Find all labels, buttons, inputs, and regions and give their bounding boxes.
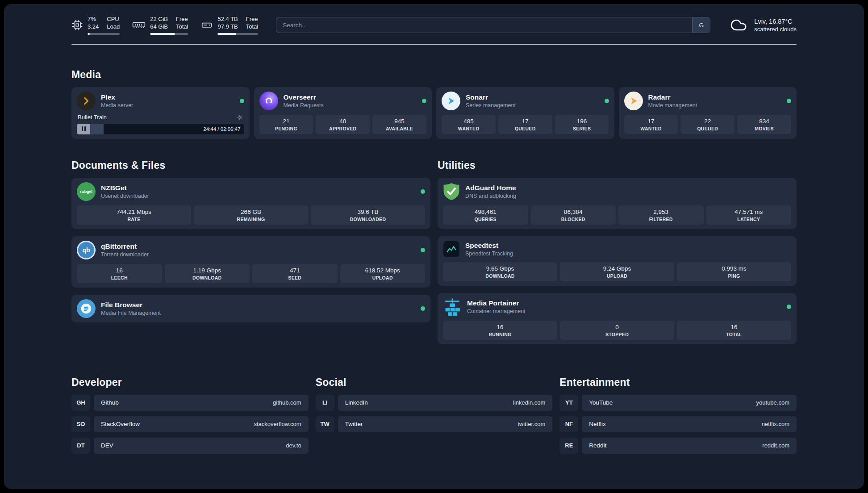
card-title: NZBGet [101,184,149,192]
section-title-social: Social [316,376,553,389]
bookmark-name: Twitter [345,421,363,427]
bookmark-abbr: GH [71,395,90,411]
top-bar: 7% 3.24 CPU Load 22 GiB [71,16,797,35]
bookmark-abbr: TW [316,416,334,432]
section-title-documents: Documents & Files [71,159,430,171]
stat-value: 40 [317,118,369,125]
bookmark-url: youtube.com [756,399,789,406]
card-adguard[interactable]: AdGuard Home DNS and adblocking 498,461 … [438,178,797,229]
card-nzbget[interactable]: nzbget NZBGet Usenet downloader 744.21 M… [71,178,430,229]
ram-widget: 22 GiB 64 GiB Free Total [132,16,188,35]
stat-tile: 39.6 TB DOWNLOADED [311,205,425,225]
stat-label: PING [678,273,790,279]
playback-progress-bar[interactable]: 24:44 / 02:06:47 [77,124,244,134]
stat-tile: 16 TOTAL [677,321,791,340]
stat-tile: 498,461 QUERIES [443,205,528,225]
cpu-load-avg: 3.24 [88,23,99,31]
search-engine-button[interactable]: G [692,17,710,33]
disk-free-label: Free [246,16,258,23]
now-playing-title: Bullet Train [78,114,107,121]
bookmark-netflix[interactable]: NF Netflix netflix.com [559,416,797,432]
card-radarr[interactable]: Radarr Movie management 17 WANTED 22 QUE… [619,87,797,139]
status-dot [421,189,425,194]
disk-total: 97.9 TB [217,23,238,31]
card-speedtest[interactable]: Speedtest Speedtest Tracking 9.65 Gbps D… [438,236,797,286]
stat-label: AVAILABLE [373,126,426,131]
card-subtitle: Media server [101,102,133,109]
section-title-entertainment: Entertainment [559,376,797,389]
bookmark-youtube[interactable]: YT YouTube youtube.com [559,395,797,411]
stat-label: DOWNLOADED [312,217,424,222]
status-dot [421,248,425,252]
stat-value: 945 [373,118,426,125]
stat-value: 834 [738,118,790,125]
stat-value: 498,461 [444,209,527,215]
stat-tile: 485 WANTED [442,115,496,134]
bookmark-twitter[interactable]: TW Twitter twitter.com [316,416,553,432]
overseerr-icon [259,92,278,110]
stat-label: DOWNLOAD [444,273,556,279]
stat-label: UPLOAD [341,275,425,280]
card-sonarr[interactable]: Sonarr Series management 485 WANTED 17 Q… [436,87,614,139]
stat-value: 9.24 Gbps [561,265,673,272]
disk-widget: 52.4 TB 97.9 TB Free Total [200,16,258,35]
settings-gear-icon[interactable] [236,114,243,121]
card-overseerr[interactable]: Overseerr Media Requests 21 PENDING 40 A… [254,87,432,139]
stat-label: RUNNING [444,332,556,337]
cloud-icon [728,16,749,34]
stat-tile: 618.52 Mbps UPLOAD [340,264,426,283]
section-title-media: Media [71,69,797,81]
plex-icon [77,92,96,110]
card-plex[interactable]: Plex Media server Bullet Train [71,87,250,139]
card-qbittorrent[interactable]: qb qBittorrent Torrent downloader 16 LEE… [71,236,430,288]
stat-tile: 945 AVAILABLE [372,115,426,134]
stat-label: SEED [253,275,337,280]
pause-button[interactable] [77,124,90,134]
stat-label: BLOCKED [532,217,615,222]
card-title: Plex [101,93,133,101]
bookmark-abbr: LI [316,395,334,411]
bookmark-stackoverflow[interactable]: SO StackOverflow stackoverflow.com [71,416,309,432]
card-title: Radarr [648,93,697,101]
card-filebrowser[interactable]: File Browser Media File Management [71,295,430,322]
weather-location: Lviv, 16.87°C [754,18,797,25]
stat-tile: 16 LEECH [77,264,162,283]
bookmark-name: LinkedIn [345,399,368,406]
weather-condition: scattered clouds [754,26,797,33]
stat-tile: 21 PENDING [259,115,313,134]
stat-value: 266 GB [195,209,307,215]
stat-tile: 0 STOPPED [560,321,674,340]
bookmark-name: Reddit [589,442,606,449]
disk-icon [200,19,213,31]
stat-label: SERIES [556,126,608,131]
bookmark-dev[interactable]: DT DEV dev.to [71,438,309,454]
card-subtitle: Media File Management [101,310,161,316]
bookmark-url: netflix.com [762,421,789,427]
card-portainer[interactable]: Media Portainer Container management 16 … [438,293,797,344]
bookmark-linkedin[interactable]: LI LinkedIn linkedin.com [316,395,553,411]
bookmark-reddit[interactable]: RE Reddit reddit.com [559,438,797,454]
stat-value: 196 [556,118,608,125]
bookmark-github[interactable]: GH Github github.com [71,395,309,411]
stat-label: QUEUED [681,126,734,131]
stat-value: 17 [625,118,677,125]
stat-value: 17 [499,118,551,125]
stat-label: REMAINING [195,217,307,222]
bookmark-url: linkedin.com [513,399,545,406]
plex-now-playing: Bullet Train 24:44 / 02:06:47 [77,114,244,134]
card-title: Sonarr [466,93,516,101]
search-input[interactable] [276,17,710,33]
weather-widget[interactable]: Lviv, 16.87°C scattered clouds [728,16,797,34]
disk-total-label: Total [246,23,258,31]
stat-label: WANTED [625,126,677,131]
stat-tile: 47.571 ms LATENCY [706,205,792,225]
stat-label: WANTED [442,126,495,131]
bookmark-name: Netflix [589,421,606,427]
stat-label: RATE [78,217,190,222]
card-title: qBittorrent [101,242,149,251]
card-subtitle: Media Requests [284,102,324,109]
status-dot [787,305,791,309]
stat-label: PENDING [260,126,313,131]
card-subtitle: Speedtest Tracking [465,251,513,257]
stat-value: 22 [681,118,734,125]
